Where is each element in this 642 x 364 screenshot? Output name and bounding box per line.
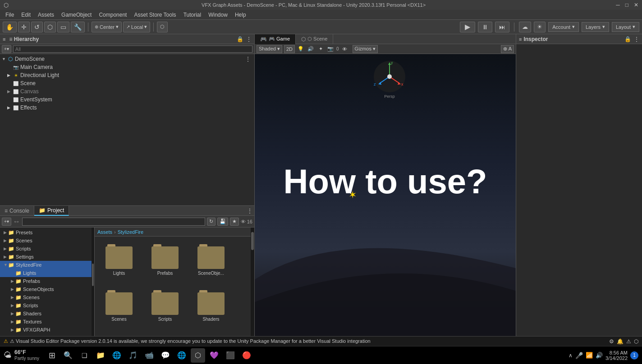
game-view[interactable]: ✶ How to use? y x z [255, 54, 516, 336]
file-item-prefabs[interactable]: Prefabs [142, 238, 188, 283]
account-button[interactable]: Account ▾ [548, 22, 579, 32]
project-add-button[interactable]: +▾ [2, 218, 11, 226]
light-toggle[interactable]: 💡 [297, 45, 305, 53]
taskbar-icon-skype[interactable]: 💬 [158, 348, 173, 363]
folder-tutorialinfo[interactable]: ▶ 📁 TutorialInfo [0, 334, 94, 336]
statusbar-message[interactable]: ⚠ Visual Studio Editor Package version 2… [10, 338, 371, 344]
folder-stylizedfire[interactable]: ▼ 📁 StylizedFire [0, 261, 94, 269]
file-item-scripts[interactable]: Scripts [142, 284, 188, 329]
folder-scenes[interactable]: ▶ 📁 Scenes [0, 237, 94, 245]
folder-vfxgraph[interactable]: ▶ 📁 VFXGRAPH [0, 326, 94, 334]
folder-prefabs[interactable]: ▶ 📁 Prefabs [0, 277, 94, 285]
project-star-icon[interactable]: ★ [230, 218, 239, 226]
2d-button[interactable]: 2D [284, 45, 295, 53]
file-item-sceneobjects[interactable]: SceneObje... [188, 238, 234, 283]
close-button[interactable]: ✕ [634, 2, 638, 8]
status-icon-2[interactable]: 🔔 [617, 338, 624, 345]
menu-edit[interactable]: Edit [18, 11, 34, 19]
hierarchy-search-input[interactable] [13, 46, 252, 53]
tab-scene[interactable]: ⬡ ⬡ Scene [296, 34, 333, 44]
scene-cam-icon[interactable]: 📷 [326, 45, 335, 53]
inspector-options-icon[interactable]: ⋮ [634, 36, 639, 42]
tree-item-demoscene[interactable]: ▼ ⬡ DemoScene ⋮ [0, 55, 254, 63]
tree-item-effects[interactable]: ▶ ⬜ Effects [0, 104, 254, 112]
inspector-lock-icon[interactable]: 🔒 [624, 36, 631, 42]
start-button[interactable]: ⊞ [45, 348, 59, 363]
hierarchy-add-button[interactable]: +▾ [2, 45, 11, 53]
file-item-lights[interactable]: Lights [96, 238, 142, 283]
breadcrumb-stylizedfire[interactable]: StylizedFire [118, 229, 143, 235]
play-button[interactable]: ▶ [460, 22, 475, 32]
tab-console[interactable]: ≡ Console [0, 206, 34, 216]
rect-tool[interactable]: ▭ [57, 22, 69, 32]
clock[interactable]: 8:56 AM 3/14/2022 [605, 350, 628, 361]
project-save-icon[interactable]: 💾 [217, 218, 228, 226]
pivot-center-button[interactable]: ⊕ Center ▾ [92, 22, 122, 32]
minimize-button[interactable]: ─ [616, 2, 620, 8]
shading-mode-dropdown[interactable]: Shaded ▾ [257, 45, 282, 53]
taskbar-icon-chrome[interactable]: 🌐 [174, 348, 189, 363]
vertex-snap[interactable]: ⬡ [157, 22, 168, 32]
item-options-icon[interactable]: ⋮ [245, 56, 251, 62]
resolution-dropdown[interactable]: ⊕ A [501, 45, 514, 53]
menu-tutorial[interactable]: Tutorial [180, 11, 205, 19]
taskbar-icon-music[interactable]: 🎵 [126, 348, 140, 363]
step-button[interactable]: ⏭ [495, 22, 509, 32]
maximize-button[interactable]: □ [625, 2, 628, 8]
status-icon-3[interactable]: ⚠ [626, 338, 631, 345]
menu-gameobject[interactable]: GameObject [58, 11, 95, 19]
tree-scrollbar[interactable] [92, 228, 94, 336]
folder-scripts-sub[interactable]: ▶ 📁 Scripts [0, 301, 94, 309]
tray-up-icon[interactable]: ∧ [569, 352, 573, 359]
taskview-button[interactable]: ❑ [77, 348, 92, 363]
folder-lights[interactable]: 📁 Lights [0, 269, 94, 277]
files-scrollbar[interactable] [251, 228, 254, 336]
folder-scripts[interactable]: ▶ 📁 Scripts [0, 245, 94, 253]
weather-widget[interactable]: 🌤 66°F Partly sunny [4, 349, 39, 361]
breadcrumb-assets[interactable]: Assets [97, 229, 112, 235]
tree-item-scene[interactable]: ⬜ Scene [0, 79, 254, 87]
taskbar-icon-edge[interactable]: 🌐 [110, 348, 124, 363]
tree-item-eventsystem[interactable]: ⬜ EventSystem [0, 96, 254, 104]
taskbar-icon-vs[interactable]: 💜 [207, 348, 221, 363]
folder-shaders[interactable]: ▶ 📁 Shaders [0, 309, 94, 318]
taskbar-icon-red[interactable]: 🔴 [239, 348, 254, 363]
project-tree[interactable]: ▶ 📁 Presets ▶ 📁 Scenes ▶ 📁 Scripts [0, 228, 95, 336]
tray-notification-icon[interactable]: 1 [630, 351, 638, 359]
tab-project[interactable]: 📁 Project [34, 206, 69, 216]
taskbar-icon-unity[interactable]: ⬡ [191, 348, 205, 363]
audio-toggle[interactable]: 🔊 [307, 45, 315, 53]
move-tool[interactable]: ✛ [18, 22, 30, 32]
layout-button[interactable]: Layout ▾ [612, 22, 639, 32]
file-item-shaders[interactable]: Shaders [188, 284, 234, 329]
folder-sceneobjects[interactable]: ▶ 📁 SceneObjects [0, 285, 94, 293]
pivot-local-button[interactable]: ↗ Local ▾ [123, 22, 150, 32]
resize-handle-icon[interactable]: ↔ [13, 218, 20, 226]
rotate-tool[interactable]: ↺ [31, 22, 43, 32]
tree-item-maincamera[interactable]: 📷 Main Camera [0, 63, 254, 71]
hierarchy-content[interactable]: ▼ ⬡ DemoScene ⋮ 📷 Main Camera ▶ ☀ Direct… [0, 54, 254, 205]
scale-tool[interactable]: ⬡ [44, 22, 56, 32]
file-item-scenes[interactable]: Scenes [96, 284, 142, 329]
effect-toggle[interactable]: ✦ [316, 45, 325, 53]
project-search-input[interactable] [22, 218, 205, 226]
transform-tool[interactable]: 🔧 [71, 22, 85, 32]
folder-presets[interactable]: ▶ 📁 Presets [0, 228, 94, 237]
tray-wifi-icon[interactable]: 📶 [586, 352, 593, 359]
taskbar-icon-green[interactable]: ⬛ [223, 348, 238, 363]
hierarchy-lock-icon[interactable]: 🔒 [237, 36, 243, 42]
tree-item-directionallight[interactable]: ▶ ☀ Directional Light [0, 71, 254, 79]
folder-settings[interactable]: ▶ 📁 Settings [0, 253, 94, 261]
menu-file[interactable]: File [2, 11, 18, 19]
menu-component[interactable]: Component [95, 11, 130, 19]
pause-button[interactable]: ⏸ [478, 22, 492, 32]
tray-mic-icon[interactable]: 🎤 [575, 352, 583, 359]
hand-tool[interactable]: ✋ [3, 22, 17, 32]
folder-scenes-sub[interactable]: ▶ 📁 Scenes [0, 293, 94, 301]
hidden-toggle[interactable]: 👁 [341, 45, 349, 53]
status-icon-1[interactable]: ⚙ [609, 338, 614, 345]
menu-window[interactable]: Window [205, 11, 231, 19]
menu-help[interactable]: Help [231, 11, 250, 19]
folder-textures[interactable]: ▶ 📁 Textures [0, 318, 94, 326]
tab-game[interactable]: 🎮 🎮 Game [255, 34, 296, 44]
